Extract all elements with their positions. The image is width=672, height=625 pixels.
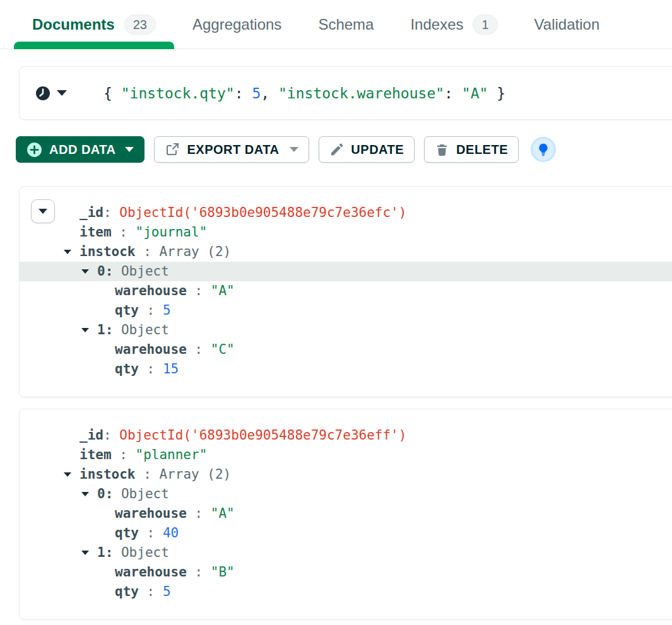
field-key: instock — [80, 467, 136, 482]
document-field-row[interactable]: warehouse : "B" — [20, 563, 672, 582]
field-value: "planner" — [136, 447, 208, 462]
expand-caret-icon[interactable] — [81, 269, 89, 274]
tab-validation[interactable]: Validation — [516, 0, 618, 49]
field-value: Object — [121, 545, 169, 560]
lightbulb-icon — [536, 143, 550, 156]
document-field-row[interactable]: instock : Array (2) — [20, 465, 672, 484]
tab-label: Aggregations — [192, 16, 281, 33]
field-separator — [113, 264, 121, 279]
field-key: 1: — [97, 545, 113, 560]
pencil-icon — [329, 143, 344, 157]
field-separator: : — [187, 564, 211, 580]
tab-schema[interactable]: Schema — [300, 0, 392, 49]
field-key: qty — [115, 525, 139, 540]
field-key: qty — [115, 584, 139, 599]
field-separator: : — [112, 225, 136, 240]
field-key: item — [80, 225, 112, 240]
field-key: 0: — [97, 264, 113, 279]
document-field-row[interactable]: qty : 40 — [20, 523, 672, 543]
field-key: 1: — [97, 322, 113, 337]
field-key: warehouse — [115, 506, 187, 521]
document-field-row[interactable]: _id: ObjectId('6893b0e905488e79c7e36efc'… — [20, 203, 672, 223]
tab-documents[interactable]: Documents23 — [14, 0, 174, 49]
expand-caret-icon[interactable] — [64, 250, 71, 254]
field-value: ObjectId('6893b0e905488e79c7e36efc') — [119, 205, 406, 220]
document-field-row[interactable]: 0: Object — [20, 262, 672, 281]
document-field-row[interactable]: _id: ObjectId('6893b0e905488e79c7e36eff'… — [20, 426, 672, 445]
document-field-row[interactable]: qty : 15 — [20, 359, 672, 379]
tab-label: Schema — [318, 16, 374, 33]
field-separator: : — [112, 447, 136, 462]
field-separator: : — [139, 303, 163, 318]
document-field-row[interactable]: warehouse : "A" — [20, 504, 672, 523]
expand-caret-icon[interactable] — [81, 551, 89, 555]
field-value: Object — [121, 264, 169, 279]
tab-label: Documents — [32, 16, 115, 33]
export-data-button[interactable]: EXPORT DATA — [154, 136, 309, 163]
tab-aggregations[interactable]: Aggregations — [174, 0, 300, 49]
chevron-down-icon — [290, 147, 298, 152]
field-value: Object — [121, 322, 169, 337]
field-key: warehouse — [115, 283, 187, 298]
query-filter-input[interactable]: { "instock.qty": 5, "instock.warehouse":… — [103, 85, 505, 102]
field-separator: : — [103, 205, 119, 220]
document-field-row[interactable]: 1: Object — [20, 543, 672, 563]
document-field-row[interactable]: warehouse : "C" — [20, 340, 672, 359]
document-card: _id: ObjectId('6893b0e905488e79c7e36efc'… — [19, 186, 672, 397]
tab-indexes[interactable]: Indexes1 — [392, 0, 516, 49]
field-key: 0: — [97, 486, 113, 501]
query-token: "A" — [462, 85, 488, 102]
field-separator: : — [136, 467, 160, 482]
query-token: : — [235, 85, 252, 102]
delete-button[interactable]: DELETE — [424, 136, 519, 163]
tabs-container: Documents23AggregationsSchemaIndexes1Val… — [14, 0, 618, 49]
document-field-row[interactable]: qty : 5 — [20, 301, 672, 320]
expand-caret-icon[interactable] — [81, 328, 89, 332]
document-field-row[interactable]: warehouse : "A" — [20, 281, 672, 301]
query-token: : — [444, 85, 462, 102]
field-value: "journal" — [136, 225, 208, 240]
field-separator: : — [139, 361, 163, 377]
document-field-row[interactable]: qty : 5 — [20, 582, 672, 602]
query-bar: { "instock.qty": 5, "instock.warehouse":… — [19, 66, 672, 120]
field-value: ObjectId('6893b0e905488e79c7e36eff') — [119, 428, 406, 443]
tab-label: Indexes — [410, 16, 463, 33]
document-field-row[interactable]: 1: Object — [20, 320, 672, 340]
document-list: _id: ObjectId('6893b0e905488e79c7e36efc'… — [0, 186, 672, 620]
add-data-label: ADD DATA — [49, 143, 115, 157]
document-field-row[interactable]: item : "journal" — [20, 223, 672, 242]
field-value: 15 — [163, 361, 179, 377]
field-value: "B" — [211, 564, 235, 580]
query-token: "instock.warehouse" — [278, 85, 444, 102]
field-key: qty — [115, 303, 139, 318]
expand-caret-icon[interactable] — [81, 492, 89, 496]
field-value: Array (2) — [159, 244, 231, 259]
query-history-button[interactable] — [35, 86, 67, 101]
update-label: UPDATE — [351, 143, 404, 157]
document-field-row[interactable]: instock : Array (2) — [20, 242, 672, 262]
query-token: 5 — [252, 85, 261, 102]
expand-caret-icon[interactable] — [64, 472, 71, 477]
field-key: warehouse — [115, 564, 187, 580]
query-token: { — [103, 85, 121, 102]
field-key: instock — [80, 244, 136, 259]
field-separator: : — [139, 584, 163, 599]
add-data-button[interactable]: ADD DATA — [16, 136, 144, 163]
field-separator: : — [136, 244, 160, 259]
document-field-row[interactable]: item : "planner" — [20, 445, 672, 465]
export-icon — [165, 142, 180, 157]
field-separator — [113, 486, 121, 501]
document-field-row[interactable]: 0: Object — [20, 484, 672, 504]
field-key: qty — [115, 361, 139, 377]
clock-icon — [35, 86, 50, 101]
tab-count-badge: 23 — [124, 15, 156, 35]
field-separator: : — [139, 525, 163, 540]
query-token: } — [488, 85, 505, 102]
field-value: "A" — [211, 283, 235, 298]
field-separator — [113, 545, 121, 560]
export-data-label: EXPORT DATA — [187, 143, 279, 157]
query-insights-button[interactable] — [531, 137, 556, 162]
update-button[interactable]: UPDATE — [319, 136, 415, 163]
field-value: 40 — [163, 525, 179, 540]
field-value: 5 — [163, 303, 171, 318]
